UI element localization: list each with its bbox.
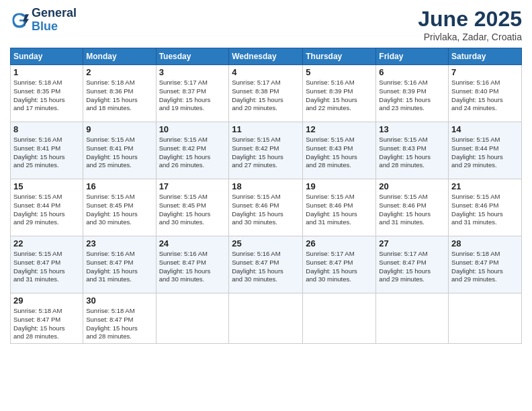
title-block: June 2025 Privlaka, Zadar, Croatia [418,7,522,42]
day-number: 12 [306,124,373,134]
day-info: Sunrise: 5:15 AMSunset: 8:46 PMDaylight:… [232,193,300,227]
day-info: Sunrise: 5:15 AMSunset: 8:44 PMDaylight:… [451,136,519,170]
calendar-table: SundayMondayTuesdayWednesdayThursdayFrid… [10,48,522,344]
day-info: Sunrise: 5:15 AMSunset: 8:46 PMDaylight:… [451,193,519,227]
day-info: Sunrise: 5:17 AMSunset: 8:47 PMDaylight:… [306,250,373,284]
day-number: 29 [13,295,80,306]
calendar-cell [449,293,522,344]
day-number: 7 [451,67,519,77]
calendar-cell: 17 Sunrise: 5:15 AMSunset: 8:45 PMDaylig… [156,179,229,236]
day-info: Sunrise: 5:16 AMSunset: 8:47 PMDaylight:… [86,250,152,284]
day-number: 18 [232,181,300,191]
calendar-cell: 20 Sunrise: 5:15 AMSunset: 8:46 PMDaylig… [376,179,449,236]
day-number: 14 [451,124,519,134]
day-number: 20 [379,181,445,191]
header: General Blue June 2025 Privlaka, Zadar, … [10,7,522,42]
day-info: Sunrise: 5:18 AMSunset: 8:35 PMDaylight:… [13,79,80,113]
day-number: 11 [232,124,300,134]
calendar-cell: 6 Sunrise: 5:16 AMSunset: 8:39 PMDayligh… [376,65,449,122]
day-number: 30 [86,295,152,306]
logo-line1: General [32,7,77,20]
calendar-cell: 12 Sunrise: 5:15 AMSunset: 8:43 PMDaylig… [303,122,376,179]
calendar-cell: 3 Sunrise: 5:17 AMSunset: 8:37 PMDayligh… [156,65,229,122]
calendar-cell: 9 Sunrise: 5:15 AMSunset: 8:41 PMDayligh… [83,122,156,179]
day-number: 13 [379,124,445,134]
calendar-cell: 24 Sunrise: 5:16 AMSunset: 8:47 PMDaylig… [156,236,229,293]
day-info: Sunrise: 5:15 AMSunset: 8:45 PMDaylight:… [86,193,152,227]
day-info: Sunrise: 5:15 AMSunset: 8:46 PMDaylight:… [379,193,445,227]
weekday-header: Tuesday [156,48,229,65]
day-info: Sunrise: 5:15 AMSunset: 8:42 PMDaylight:… [159,136,226,170]
calendar-cell: 14 Sunrise: 5:15 AMSunset: 8:44 PMDaylig… [449,122,522,179]
calendar-cell: 11 Sunrise: 5:15 AMSunset: 8:42 PMDaylig… [229,122,303,179]
day-info: Sunrise: 5:17 AMSunset: 8:37 PMDaylight:… [159,79,226,113]
calendar-cell: 8 Sunrise: 5:16 AMSunset: 8:41 PMDayligh… [11,122,83,179]
logo: General Blue [10,7,77,34]
day-info: Sunrise: 5:15 AMSunset: 8:43 PMDaylight:… [379,136,445,170]
calendar-cell [156,293,229,344]
day-number: 9 [86,124,152,134]
day-info: Sunrise: 5:15 AMSunset: 8:44 PMDaylight:… [13,193,80,227]
calendar-cell: 26 Sunrise: 5:17 AMSunset: 8:47 PMDaylig… [303,236,376,293]
weekday-header: Wednesday [229,48,303,65]
day-number: 5 [306,67,373,77]
day-number: 15 [13,181,80,191]
calendar-cell [303,293,376,344]
day-info: Sunrise: 5:17 AMSunset: 8:38 PMDaylight:… [232,79,300,113]
day-number: 28 [451,238,519,248]
weekday-header: Sunday [11,48,83,65]
day-number: 6 [379,67,445,77]
day-info: Sunrise: 5:18 AMSunset: 8:36 PMDaylight:… [86,79,152,113]
location: Privlaka, Zadar, Croatia [418,32,522,42]
calendar-cell: 13 Sunrise: 5:15 AMSunset: 8:43 PMDaylig… [376,122,449,179]
weekday-header: Thursday [303,48,376,65]
day-number: 8 [13,124,80,134]
day-number: 16 [86,181,152,191]
day-number: 19 [306,181,373,191]
month-title: June 2025 [418,7,522,32]
day-number: 4 [232,67,300,77]
day-number: 3 [159,67,226,77]
day-info: Sunrise: 5:16 AMSunset: 8:39 PMDaylight:… [306,79,373,113]
day-number: 23 [86,238,152,248]
calendar-cell: 22 Sunrise: 5:15 AMSunset: 8:47 PMDaylig… [11,236,83,293]
day-info: Sunrise: 5:15 AMSunset: 8:46 PMDaylight:… [306,193,373,227]
calendar-cell: 4 Sunrise: 5:17 AMSunset: 8:38 PMDayligh… [229,65,303,122]
calendar-cell [376,293,449,344]
calendar-cell: 30 Sunrise: 5:18 AMSunset: 8:47 PMDaylig… [83,293,156,344]
day-info: Sunrise: 5:16 AMSunset: 8:47 PMDaylight:… [232,250,300,284]
day-number: 24 [159,238,226,248]
logo-text: General Blue [32,7,77,34]
day-number: 27 [379,238,445,248]
day-number: 17 [159,181,226,191]
logo-icon [10,11,29,30]
calendar-cell: 29 Sunrise: 5:18 AMSunset: 8:47 PMDaylig… [11,293,83,344]
day-number: 1 [13,67,80,77]
day-info: Sunrise: 5:16 AMSunset: 8:41 PMDaylight:… [13,136,80,170]
calendar-cell: 16 Sunrise: 5:15 AMSunset: 8:45 PMDaylig… [83,179,156,236]
calendar-cell: 2 Sunrise: 5:18 AMSunset: 8:36 PMDayligh… [83,65,156,122]
day-info: Sunrise: 5:18 AMSunset: 8:47 PMDaylight:… [86,307,152,341]
day-info: Sunrise: 5:16 AMSunset: 8:39 PMDaylight:… [379,79,445,113]
day-info: Sunrise: 5:18 AMSunset: 8:47 PMDaylight:… [451,250,519,284]
calendar-cell: 23 Sunrise: 5:16 AMSunset: 8:47 PMDaylig… [83,236,156,293]
weekday-header: Monday [83,48,156,65]
calendar-cell: 27 Sunrise: 5:17 AMSunset: 8:47 PMDaylig… [376,236,449,293]
day-number: 22 [13,238,80,248]
day-number: 2 [86,67,152,77]
day-info: Sunrise: 5:15 AMSunset: 8:41 PMDaylight:… [86,136,152,170]
day-info: Sunrise: 5:17 AMSunset: 8:47 PMDaylight:… [379,250,445,284]
day-info: Sunrise: 5:15 AMSunset: 8:45 PMDaylight:… [159,193,226,227]
day-info: Sunrise: 5:15 AMSunset: 8:47 PMDaylight:… [13,250,80,284]
day-number: 25 [232,238,300,248]
calendar-cell: 15 Sunrise: 5:15 AMSunset: 8:44 PMDaylig… [11,179,83,236]
logo-line2: Blue [32,20,77,34]
calendar-cell: 1 Sunrise: 5:18 AMSunset: 8:35 PMDayligh… [11,65,83,122]
day-info: Sunrise: 5:15 AMSunset: 8:43 PMDaylight:… [306,136,373,170]
page-container: General Blue June 2025 Privlaka, Zadar, … [0,0,532,351]
day-info: Sunrise: 5:18 AMSunset: 8:47 PMDaylight:… [13,307,80,341]
calendar-cell: 21 Sunrise: 5:15 AMSunset: 8:46 PMDaylig… [449,179,522,236]
weekday-header: Friday [376,48,449,65]
day-number: 21 [451,181,519,191]
calendar-cell: 5 Sunrise: 5:16 AMSunset: 8:39 PMDayligh… [303,65,376,122]
